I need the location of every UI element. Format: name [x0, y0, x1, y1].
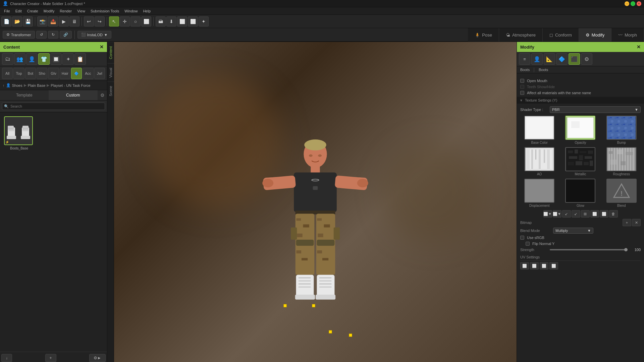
jewelry-btn[interactable]: Jwl — [94, 68, 105, 79]
menu-view[interactable]: View — [74, 8, 88, 14]
bump-slot[interactable]: Bump — [602, 116, 641, 144]
tex-delete-button[interactable]: 🗑 — [609, 210, 618, 218]
select-button[interactable]: ↖ — [109, 16, 119, 26]
tex-link-button[interactable]: ↙ — [572, 210, 580, 218]
tab-atmosphere[interactable]: 🌤 Atmosphere — [499, 28, 543, 42]
tab-template[interactable]: Template — [0, 90, 49, 100]
window-controls[interactable]: — □ ✕ — [625, 1, 641, 6]
rotate-button[interactable]: ○ — [130, 16, 141, 26]
hair-btn[interactable]: Hair — [60, 68, 70, 79]
snapshot-button[interactable]: 📸 — [37, 16, 47, 26]
link-button[interactable]: 🔗 — [60, 31, 72, 39]
strength-track[interactable] — [550, 249, 626, 250]
uv-btn-1[interactable]: ⬜ — [520, 262, 529, 269]
tab-morph[interactable]: 〰 Morph — [611, 28, 644, 42]
side-tab-visual[interactable]: Visual — [107, 63, 114, 82]
uv-btn-2[interactable]: ⬜ — [530, 262, 539, 269]
menu-file[interactable]: File — [1, 8, 13, 14]
breadcrumb-shoes[interactable]: Shoes — [12, 83, 22, 87]
modify-icon-4[interactable]: 🔷 — [556, 53, 568, 65]
search-input[interactable] — [2, 103, 105, 110]
use-srgb-checkbox[interactable] — [520, 236, 524, 240]
metallic-slot[interactable]: Metallic — [561, 147, 599, 176]
side-tab-content[interactable]: Content — [107, 42, 114, 63]
modify-icon-5[interactable]: ⬛ — [569, 53, 580, 65]
face-icon-btn[interactable]: 👤 — [26, 53, 38, 65]
modify-icon-3[interactable]: 📐 — [544, 53, 555, 65]
align-button[interactable]: ⬇ — [166, 16, 176, 26]
menu-window[interactable]: Window — [122, 8, 140, 14]
new-button[interactable]: 📄 — [1, 16, 11, 26]
side-tab-scene[interactable]: Scene — [107, 81, 114, 100]
flip-normal-checkbox[interactable] — [526, 242, 530, 246]
remove-item-button[interactable]: ↓ — [1, 354, 12, 362]
shoes-btn[interactable]: Sho — [37, 68, 47, 79]
affect-materials-checkbox[interactable] — [520, 91, 524, 95]
add-item-button[interactable]: + — [45, 354, 56, 362]
accessories2-btn[interactable]: Acc — [83, 68, 93, 79]
character-icon-btn[interactable]: 👥 — [14, 53, 25, 65]
accessory-icon-btn[interactable]: 🔲 — [50, 53, 62, 65]
breadcrumb-playset[interactable]: Playset - UN Task Force — [51, 83, 90, 87]
uv-btn-3[interactable]: ⬜ — [540, 262, 548, 269]
instalod-button[interactable]: ⬛ InstaLOD ▼ — [77, 31, 111, 39]
breadcrumb-up-icon[interactable]: ↑ — [3, 83, 5, 87]
gloves-btn[interactable]: Glv — [48, 68, 59, 79]
shader-type-select[interactable]: PBR ▼ — [550, 106, 641, 113]
menu-create[interactable]: Create — [24, 8, 41, 14]
save-button[interactable]: 💾 — [23, 16, 33, 26]
uv-btn-4[interactable]: ⬜ — [549, 262, 558, 269]
breadcrumb-plain-base[interactable]: Plain Base — [28, 83, 46, 87]
opacity-slot[interactable]: Opacity — [561, 116, 599, 144]
transformer-button[interactable]: ⚙ Transformer — [3, 31, 35, 39]
menu-edit[interactable]: Edit — [13, 8, 24, 14]
outfit-btn[interactable]: 🔷 — [71, 68, 82, 79]
grid-button[interactable]: ⬜ — [188, 16, 198, 26]
tex-import-button[interactable]: ⬜▼ — [543, 210, 552, 218]
scene-icon-btn[interactable]: 🗂 — [2, 53, 13, 65]
ao-slot[interactable]: AO — [520, 147, 558, 176]
play-button[interactable]: ▶ — [59, 16, 69, 26]
display-button[interactable]: 🖥 — [69, 16, 79, 26]
tab-conform[interactable]: ◻ Conform — [543, 28, 579, 42]
modify-icon-6[interactable]: ⚙ — [581, 53, 592, 65]
open-mouth-checkbox[interactable] — [520, 79, 524, 83]
move-button[interactable]: ✛ — [120, 16, 130, 26]
tex-export-button[interactable]: ⬜▼ — [553, 210, 561, 218]
menu-submission-tools[interactable]: Submission Tools — [88, 8, 122, 14]
bottom-btn[interactable]: Bot — [25, 68, 36, 79]
blend-mode-select[interactable]: Multiply ▼ — [553, 228, 593, 234]
texture-settings-header[interactable]: ▼ Texture Settings (Y) — [517, 97, 644, 104]
modify-close-button[interactable]: ✕ — [637, 44, 641, 50]
redo-button[interactable]: ↪ — [95, 16, 105, 26]
all-btn[interactable]: All — [2, 68, 13, 79]
menu-help[interactable]: Help — [140, 8, 153, 14]
bitmap-btn-1[interactable]: + — [623, 219, 631, 226]
displacement-slot[interactable]: Displacement — [520, 179, 558, 207]
terrain-button[interactable]: 🏔 — [156, 16, 166, 26]
light-button[interactable]: ✦ — [199, 16, 209, 26]
close-button[interactable]: ✕ — [637, 1, 641, 6]
frame-button[interactable]: ⬜ — [177, 16, 187, 26]
roughness-slot[interactable]: Roughness — [602, 147, 641, 176]
modify-icon-1[interactable]: ≡ — [519, 53, 530, 65]
glow-slot[interactable]: Glow — [561, 179, 599, 207]
minimize-button[interactable]: — — [625, 1, 629, 6]
top-btn[interactable]: Top — [13, 68, 24, 79]
props-icon-btn[interactable]: 📋 — [74, 53, 86, 65]
tex-resize-button[interactable]: ⬜ — [590, 210, 599, 218]
motion-icon-btn[interactable]: ✦ — [62, 53, 74, 65]
list-item[interactable]: ⚡ Boots_Base — [4, 116, 34, 150]
blend-slot[interactable]: ! Blend — [602, 179, 641, 207]
tab-pose[interactable]: 🧍 Pose — [468, 28, 499, 42]
tab-modify[interactable]: ⚙ Modify — [579, 28, 611, 42]
menu-modify[interactable]: Modify — [41, 8, 57, 14]
maximize-button[interactable]: □ — [631, 1, 635, 6]
scale-button[interactable]: ⬜ — [141, 16, 151, 26]
teeth-checkbox[interactable] — [520, 85, 524, 89]
tab-custom[interactable]: Custom — [49, 90, 98, 100]
viewport[interactable] — [114, 42, 517, 362]
tex-clear-button[interactable]: ⬜ — [600, 210, 608, 218]
clothing-icon-btn[interactable]: 👕 — [38, 53, 50, 65]
export-button[interactable]: 📤 — [48, 16, 58, 26]
